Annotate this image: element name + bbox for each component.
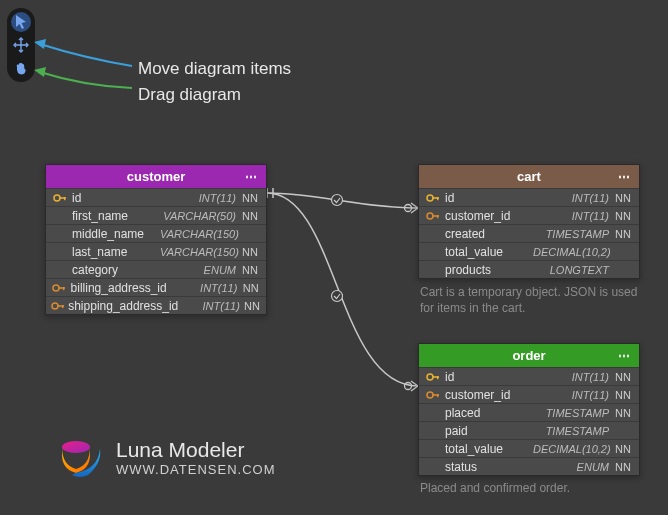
brand-logo: Luna Modeler WWW.DATENSEN.COM [58,435,275,479]
hint-move-label: Move diagram items [138,56,291,82]
foreign-key-icon [50,301,66,311]
entity-order-title: order ⋯ [419,344,639,367]
column-name: customer_id [443,388,533,402]
column-type: ENUM [533,461,613,473]
relationship-customer-cart [267,186,418,216]
pan-tool-button[interactable] [11,58,31,78]
column-row[interactable]: last_nameVARCHAR(150)NN [46,242,266,260]
entity-customer[interactable]: customer ⋯ idINT(11)NNfirst_nameVARCHAR(… [45,164,267,315]
svg-rect-21 [437,376,438,379]
column-row[interactable]: total_valueDECIMAL(10,2) [419,242,639,260]
column-nn: NN [613,407,633,419]
column-name: middle_name [70,227,160,241]
column-row[interactable]: createdTIMESTAMPNN [419,224,639,242]
entity-customer-title: customer ⋯ [46,165,266,188]
column-nn: NN [613,192,633,204]
hint-arrow-drag [34,60,134,98]
column-row[interactable]: statusENUMNN [419,457,639,475]
entity-menu-icon[interactable]: ⋯ [245,170,258,184]
column-type: INT(11) [533,389,613,401]
column-name: placed [443,406,533,420]
entity-order-name: order [512,348,545,363]
column-type: INT(11) [160,192,240,204]
svg-point-3 [405,383,412,390]
column-name: id [443,191,533,205]
column-type: DECIMAL(10,2) [533,246,613,258]
column-row[interactable]: total_valueDECIMAL(10,2)NN [419,439,639,457]
entity-cart-name: cart [517,169,541,184]
select-tool-button[interactable] [11,12,31,32]
column-type: LONGTEXT [533,264,613,276]
column-row[interactable]: productsLONGTEXT [419,260,639,278]
column-name: id [443,370,533,384]
column-row[interactable]: first_nameVARCHAR(50)NN [46,206,266,224]
column-name: products [443,263,533,277]
column-nn: NN [240,264,260,276]
svg-rect-6 [64,197,65,200]
column-type: TIMESTAMP [533,228,613,240]
column-nn: NN [613,389,633,401]
column-row[interactable]: middle_nameVARCHAR(150) [46,224,266,242]
svg-rect-24 [437,394,438,397]
relationship-customer-order [267,186,418,406]
column-row[interactable]: idINT(11)NN [419,367,639,385]
column-name: category [70,263,160,277]
column-type: TIMESTAMP [533,407,613,419]
column-nn: NN [244,300,260,312]
primary-key-icon [423,193,443,203]
entity-cart[interactable]: cart ⋯ idINT(11)NNcustomer_idINT(11)NNcr… [418,164,640,279]
column-type: INT(11) [178,300,244,312]
column-row[interactable]: paidTIMESTAMP [419,421,639,439]
entity-cart-title: cart ⋯ [419,165,639,188]
foreign-key-icon [423,390,443,400]
column-row[interactable]: customer_idINT(11)NN [419,206,639,224]
column-nn: NN [240,192,260,204]
column-name: total_value [443,245,533,259]
svg-rect-12 [62,305,63,308]
column-name: id [70,191,160,205]
primary-key-icon [423,372,443,382]
svg-point-25 [62,441,90,453]
column-type: INT(11) [167,282,242,294]
brand-text: Luna Modeler WWW.DATENSEN.COM [116,438,275,477]
svg-rect-9 [63,287,64,290]
column-row[interactable]: idINT(11)NN [419,188,639,206]
column-name: shipping_address_id [66,299,178,313]
column-name: total_value [443,442,533,456]
svg-rect-15 [437,197,438,200]
column-type: ENUM [160,264,240,276]
column-name: status [443,460,533,474]
column-name: customer_id [443,209,533,223]
toolbar [7,8,35,82]
entity-order[interactable]: order ⋯ idINT(11)NNcustomer_idINT(11)NNp… [418,343,640,476]
column-nn: NN [240,210,260,222]
move-tool-button[interactable] [11,35,31,55]
hint-arrow-move [34,30,134,80]
entity-customer-name: customer [127,169,186,184]
column-nn: NN [241,282,260,294]
entity-menu-icon[interactable]: ⋯ [618,170,631,184]
svg-point-2 [332,291,343,302]
column-type: DECIMAL(10,2) [533,443,613,455]
column-row[interactable]: idINT(11)NN [46,188,266,206]
column-row[interactable]: categoryENUMNN [46,260,266,278]
entity-cart-note: Cart is a temporary object. JSON is used… [420,284,642,316]
svg-rect-18 [437,215,438,218]
column-nn: NN [240,246,260,258]
column-nn: NN [613,461,633,473]
column-nn: NN [613,210,633,222]
brand-url: WWW.DATENSEN.COM [116,462,275,477]
column-row[interactable]: shipping_address_idINT(11)NN [46,296,266,314]
column-name: last_name [70,245,160,259]
column-nn: NN [613,371,633,383]
column-nn: NN [613,443,633,455]
entity-menu-icon[interactable]: ⋯ [618,349,631,363]
entity-order-note: Placed and confirmed order. [420,480,642,496]
column-type: VARCHAR(50) [160,210,240,222]
column-row[interactable]: billing_address_idINT(11)NN [46,278,266,296]
column-row[interactable]: customer_idINT(11)NN [419,385,639,403]
column-nn: NN [613,228,633,240]
hint-drag-label: Drag diagram [138,82,291,108]
column-row[interactable]: placedTIMESTAMPNN [419,403,639,421]
column-type: VARCHAR(150) [160,246,240,258]
